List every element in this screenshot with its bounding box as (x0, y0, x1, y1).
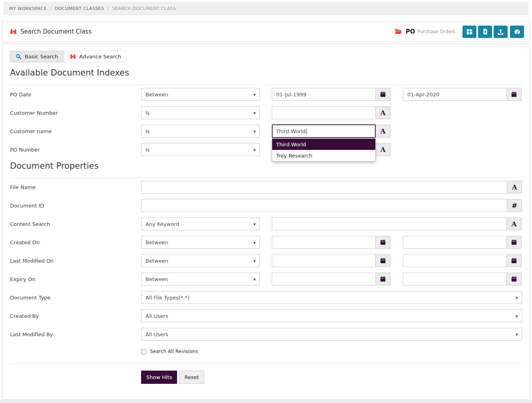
file-name-input[interactable] (141, 181, 507, 194)
calendar-icon (380, 276, 386, 282)
last-modified-on-to-calendar-button[interactable] (507, 254, 522, 267)
calendar-icon (511, 276, 517, 282)
file-name-row: File Name A (10, 178, 522, 196)
document-id-type-button[interactable]: # (507, 199, 522, 212)
content-search-operator-select[interactable]: Any Keyword ▼ (141, 217, 260, 230)
text-type-icon: A (512, 184, 517, 191)
file-name-label: File Name (10, 184, 141, 190)
po-date-to-calendar-button[interactable] (507, 88, 522, 101)
po-date-from-calendar-button[interactable] (376, 88, 391, 101)
customer-name-value: Third World (276, 128, 306, 134)
calendar-icon (380, 239, 386, 245)
expiry-on-to-input[interactable] (403, 273, 507, 285)
content-search-row: Content Search Any Keyword ▼ A (10, 215, 522, 233)
created-on-label: Created On (10, 239, 141, 245)
properties-section-heading: Document Properties (10, 161, 522, 171)
breadcrumb-document-classes[interactable]: DOCUMENT CLASSES (55, 6, 104, 11)
chevron-down-icon: ▼ (516, 333, 518, 337)
last-modified-on-to-input[interactable] (403, 254, 507, 267)
chevron-down-icon: ▼ (253, 130, 256, 134)
created-on-operator-select[interactable]: Between ▼ (141, 236, 260, 249)
po-date-from-input[interactable] (272, 88, 376, 101)
breadcrumb-current-page: SEARCH DOCUMENT CLASS (112, 6, 176, 11)
expiry-on-from-group (272, 273, 391, 285)
upload-button[interactable] (494, 26, 508, 38)
tab-basic-search-label: Basic Search (25, 54, 58, 60)
customer-name-suggestions: Third World Trey Research (272, 138, 376, 162)
document-type-row: Document Type All File Types(*.*) ▼ (10, 288, 522, 307)
show-hits-button[interactable]: Show Hits (141, 371, 177, 384)
created-on-from-input[interactable] (272, 236, 376, 249)
folder-open-icon (395, 28, 402, 35)
po-date-from-group (272, 88, 391, 101)
search-icon (16, 54, 22, 60)
chevron-down-icon: ▼ (516, 296, 518, 300)
document-class-name: Purchase Orders (417, 29, 455, 34)
customer-name-type-button[interactable]: A (376, 125, 391, 138)
created-on-to-input[interactable] (403, 236, 507, 249)
document-type-value: All File Types(*.*) (145, 295, 189, 301)
last-modified-by-value: All Users (145, 331, 168, 337)
grid-view-button[interactable] (462, 26, 476, 38)
customer-number-operator-select[interactable]: Is ▼ (141, 106, 260, 119)
search-all-revisions-label: Search All Revisions (150, 349, 198, 354)
expiry-on-to-calendar-button[interactable] (507, 273, 522, 285)
calendar-icon (380, 257, 386, 264)
page-title: Search Document Class (20, 28, 92, 35)
customer-name-label: Customer name (10, 128, 141, 134)
export-file-button[interactable] (478, 26, 492, 38)
last-modified-on-operator-select[interactable]: Between ▼ (141, 254, 260, 267)
binoculars-icon (70, 54, 76, 60)
last-modified-by-select[interactable]: All Users ▼ (141, 328, 522, 341)
suggestion-trey-research[interactable]: Trey Research (272, 150, 375, 161)
chevron-down-icon: ▼ (253, 93, 256, 97)
last-modified-on-from-input[interactable] (272, 254, 376, 267)
expiry-on-from-calendar-button[interactable] (376, 273, 391, 285)
po-number-type-button[interactable]: A (376, 143, 391, 156)
breadcrumb-separator: / (108, 6, 109, 11)
document-type-select[interactable]: All File Types(*.*) ▼ (141, 291, 522, 304)
po-number-operator-select[interactable]: Is ▼ (141, 143, 260, 156)
breadcrumb-my-workspace[interactable]: MY WORKSPACE (9, 6, 47, 11)
tab-basic-search[interactable]: Basic Search (10, 51, 64, 62)
expiry-on-operator-select[interactable]: Between ▼ (141, 273, 260, 285)
content-search-operator-value: Any Keyword (145, 221, 179, 227)
chevron-down-icon: ▼ (253, 112, 256, 115)
content-search-input[interactable] (272, 217, 507, 230)
expiry-on-from-input[interactable] (272, 273, 376, 285)
document-id-row: Document ID # (10, 196, 522, 215)
customer-name-input[interactable]: Third World (272, 124, 376, 138)
file-name-type-button[interactable]: A (507, 181, 522, 194)
dashboard-button[interactable] (510, 26, 524, 38)
created-by-select[interactable]: All Users ▼ (141, 309, 522, 322)
chevron-down-icon: ▼ (253, 259, 256, 263)
search-all-revisions-checkbox[interactable] (141, 349, 146, 354)
customer-name-operator-select[interactable]: Is ▼ (141, 125, 260, 138)
po-date-operator-select[interactable]: Between ▼ (141, 88, 260, 101)
document-id-label: Document ID (10, 203, 141, 209)
customer-number-operator-value: Is (145, 110, 150, 116)
created-on-from-calendar-button[interactable] (376, 236, 391, 249)
document-id-input[interactable] (141, 199, 507, 212)
created-on-to-group (403, 236, 522, 249)
customer-number-input[interactable] (272, 106, 376, 119)
last-modified-on-from-group (272, 254, 391, 267)
text-type-icon: A (380, 110, 385, 116)
expiry-on-operator-value: Between (145, 276, 168, 282)
expiry-on-label: Expiry On (10, 276, 141, 282)
text-cursor (306, 128, 307, 134)
suggestion-third-world[interactable]: Third World (272, 139, 375, 150)
customer-number-type-button[interactable]: A (376, 106, 391, 119)
created-by-row: Created By All Users ▼ (10, 307, 522, 325)
content-search-type-button[interactable]: A (507, 217, 522, 230)
last-modified-on-from-calendar-button[interactable] (376, 254, 391, 267)
created-on-to-calendar-button[interactable] (507, 236, 522, 249)
customer-name-row: Customer name Is ▼ Third World A Third W… (10, 122, 522, 140)
indexes-section-heading: Available Document Indexes (10, 68, 522, 78)
po-date-to-input[interactable] (403, 88, 507, 101)
chevron-down-icon: ▼ (253, 148, 256, 152)
tab-advance-search[interactable]: Advance Search (64, 51, 127, 62)
reset-button[interactable]: Reset (179, 371, 204, 384)
tab-advance-search-label: Advance Search (79, 54, 121, 60)
customer-number-group: A (272, 106, 391, 119)
